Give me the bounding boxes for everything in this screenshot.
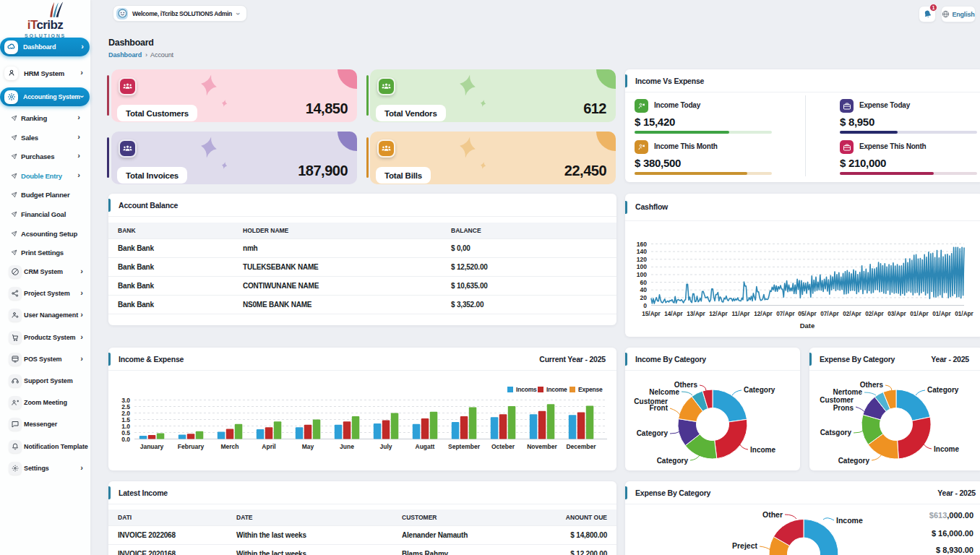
svg-text:120: 120 bbox=[637, 256, 647, 263]
svg-text:03/Apr: 03/Apr bbox=[887, 311, 906, 317]
svg-text:Income: Income bbox=[934, 445, 959, 453]
svg-text:07/Apr: 07/Apr bbox=[820, 311, 839, 317]
svg-text:January: January bbox=[140, 443, 164, 450]
svg-text:20: 20 bbox=[640, 294, 648, 301]
svg-text:140: 140 bbox=[637, 248, 647, 255]
svg-text:Merch: Merch bbox=[220, 443, 238, 450]
svg-text:Augatt: Augatt bbox=[416, 443, 435, 450]
svg-text:05/Apr: 05/Apr bbox=[798, 311, 817, 317]
svg-text:May: May bbox=[302, 443, 314, 450]
svg-text:Category: Category bbox=[927, 386, 959, 394]
svg-text:0.0: 0.0 bbox=[121, 436, 130, 443]
svg-text:July: July bbox=[379, 443, 392, 450]
svg-text:June: June bbox=[340, 443, 354, 450]
svg-text:14/Apr: 14/Apr bbox=[664, 311, 683, 317]
svg-text:Nertome: Nertome bbox=[833, 388, 862, 396]
svg-text:12/Apr: 12/Apr bbox=[754, 311, 773, 317]
svg-text:Preject: Preject bbox=[732, 541, 758, 550]
svg-text:100: 100 bbox=[637, 263, 647, 270]
svg-text:November: November bbox=[527, 443, 557, 450]
svg-text:April: April bbox=[262, 443, 275, 450]
svg-text:01/Apr: 01/Apr bbox=[932, 311, 951, 317]
svg-text:40: 40 bbox=[640, 286, 648, 293]
svg-text:100: 100 bbox=[637, 271, 647, 278]
svg-text:02/Apr: 02/Apr bbox=[865, 311, 884, 317]
svg-text:Catsgory: Catsgory bbox=[820, 429, 852, 436]
svg-text:Prons: Prons bbox=[833, 404, 854, 412]
svg-text:September: September bbox=[448, 443, 481, 450]
svg-text:Income: Income bbox=[750, 446, 775, 454]
svg-text:0: 0 bbox=[643, 302, 647, 309]
svg-text:02/Apr: 02/Apr bbox=[843, 311, 861, 317]
svg-text:February: February bbox=[178, 443, 205, 450]
svg-text:Customer: Customer bbox=[820, 396, 854, 404]
svg-text:13/Apr: 13/Apr bbox=[687, 311, 705, 317]
svg-text:Other: Other bbox=[762, 510, 783, 519]
svg-text:07/Apr: 07/Apr bbox=[776, 311, 795, 317]
svg-text:Category: Category bbox=[657, 457, 689, 465]
svg-text:01/Apr: 01/Apr bbox=[955, 311, 973, 317]
svg-text:Income: Income bbox=[836, 516, 863, 525]
svg-text:01/Apr: 01/Apr bbox=[910, 311, 929, 317]
svg-text:Date: Date bbox=[800, 322, 815, 330]
svg-text:11/Apr: 11/Apr bbox=[731, 311, 750, 317]
svg-text:15/Apr: 15/Apr bbox=[642, 311, 661, 317]
svg-text:Octeber: Octeber bbox=[491, 443, 515, 450]
svg-text:Category: Category bbox=[744, 386, 775, 394]
svg-text:60: 60 bbox=[640, 279, 648, 286]
svg-text:Nelcome: Nelcome bbox=[649, 388, 679, 396]
svg-text:December: December bbox=[566, 443, 596, 450]
svg-text:Front: Front bbox=[649, 404, 668, 412]
svg-text:160: 160 bbox=[637, 241, 647, 248]
svg-text:Category: Category bbox=[838, 457, 870, 465]
svg-text:12/Apr: 12/Apr bbox=[709, 311, 728, 317]
svg-text:Others: Others bbox=[860, 381, 884, 389]
svg-text:Category: Category bbox=[637, 429, 669, 437]
